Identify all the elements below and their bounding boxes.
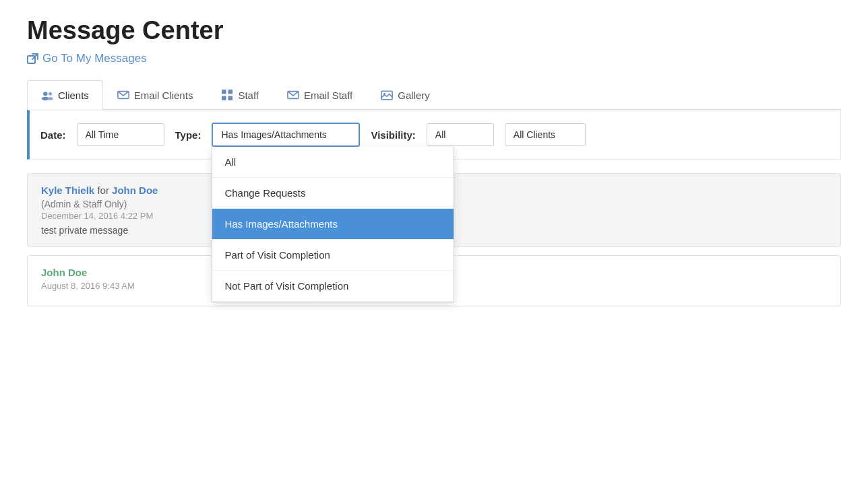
- tab-clients-label: Clients: [58, 90, 89, 101]
- svg-point-5: [47, 97, 53, 100]
- page-wrapper: Message Center Go To My Messages Clients: [0, 0, 868, 331]
- type-dropdown-list: All Change Requests Has Images/Attachmen…: [212, 147, 454, 302]
- visibility-filter-label: Visibility:: [371, 129, 415, 141]
- tab-email-staff[interactable]: Email Staff: [273, 80, 367, 109]
- dropdown-option-not-part-of-visit[interactable]: Not Part of Visit Completion: [212, 271, 454, 302]
- date-filter-label: Date:: [40, 129, 66, 141]
- dropdown-option-all[interactable]: All: [212, 147, 454, 178]
- tab-clients[interactable]: Clients: [27, 80, 103, 110]
- type-filter-label: Type:: [175, 129, 202, 141]
- visibility-select-input[interactable]: All Public Private: [427, 123, 494, 146]
- clients-filter-select[interactable]: All Clients: [505, 123, 586, 146]
- dropdown-option-has-images[interactable]: Has Images/Attachments: [212, 209, 454, 240]
- image-icon: [381, 89, 393, 101]
- tab-email-clients[interactable]: Email Clients: [103, 80, 208, 109]
- filter-bar: Date: All Time Today This Week This Mont…: [27, 110, 841, 160]
- dropdown-option-change-requests[interactable]: Change Requests: [212, 178, 454, 209]
- grid-icon: [221, 89, 233, 101]
- svg-point-2: [43, 92, 47, 96]
- external-link-icon: [27, 53, 38, 65]
- go-to-messages-link[interactable]: Go To My Messages: [27, 52, 147, 65]
- visibility-filter-select[interactable]: All Public Private: [427, 123, 494, 146]
- clients-select-input[interactable]: All Clients: [505, 123, 586, 146]
- type-dropdown-container[interactable]: All Change Requests Has Images/Attachmen…: [212, 123, 360, 147]
- tab-gallery[interactable]: Gallery: [367, 80, 444, 109]
- tab-gallery-label: Gallery: [398, 90, 430, 101]
- type-select-input[interactable]: All Change Requests Has Images/Attachmen…: [212, 123, 360, 147]
- tab-email-clients-label: Email Clients: [134, 90, 193, 101]
- people-icon: [41, 90, 53, 102]
- tabs-container: Clients Email Clients Staff: [27, 80, 841, 110]
- dropdown-option-part-of-visit[interactable]: Part of Visit Completion: [212, 240, 454, 271]
- msg2-sender-name[interactable]: John Doe: [41, 267, 87, 278]
- go-to-messages-text: Go To My Messages: [42, 52, 147, 65]
- svg-point-4: [49, 92, 52, 95]
- svg-rect-8: [228, 90, 233, 94]
- tab-staff-label: Staff: [238, 90, 259, 101]
- svg-rect-9: [222, 96, 226, 101]
- envelope-staff-icon: [287, 89, 299, 101]
- msg1-for-text: for: [97, 185, 112, 196]
- page-title: Message Center: [27, 16, 841, 45]
- tab-email-staff-label: Email Staff: [304, 90, 352, 101]
- svg-rect-10: [228, 96, 233, 101]
- svg-rect-7: [222, 90, 226, 94]
- msg1-recipient-name[interactable]: John Doe: [112, 185, 158, 196]
- date-filter-select[interactable]: All Time Today This Week This Month: [77, 123, 164, 146]
- envelope-clients-icon: [117, 89, 129, 101]
- tab-staff[interactable]: Staff: [207, 80, 273, 109]
- type-filter-select[interactable]: All Change Requests Has Images/Attachmen…: [212, 123, 360, 147]
- date-select-input[interactable]: All Time Today This Week This Month: [77, 123, 164, 146]
- msg1-sender-name[interactable]: Kyle Thielk: [41, 185, 94, 196]
